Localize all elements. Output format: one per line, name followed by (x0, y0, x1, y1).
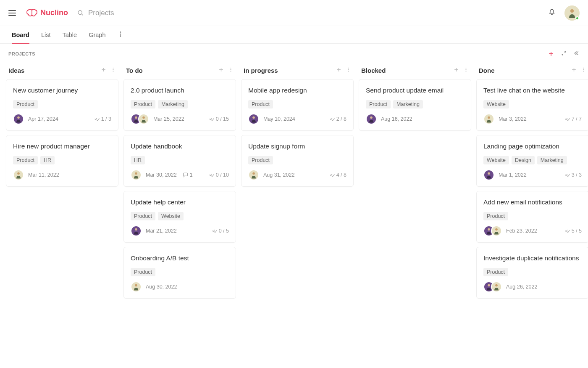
comment-icon (183, 172, 188, 177)
card-tags: Website (483, 100, 582, 109)
column-add-button[interactable] (101, 66, 106, 74)
tab-list[interactable]: List (41, 26, 51, 44)
card-meta: May 10, 20242 / 8 (248, 114, 346, 124)
card-comments: 1 (183, 172, 193, 178)
assignee-avatar (491, 281, 502, 292)
svg-point-33 (465, 68, 466, 69)
card[interactable]: Test live chat on the websiteWebsiteMar … (476, 79, 588, 131)
tab-table[interactable]: Table (62, 26, 77, 44)
column-add-button[interactable] (571, 66, 577, 74)
svg-line-1 (81, 14, 83, 15)
card[interactable]: New customer journeyProductApr 17, 20241… (6, 79, 118, 131)
column-title: To do (126, 67, 143, 74)
column-title: In progress (244, 67, 278, 74)
assignee-avatar (13, 114, 24, 124)
search-placeholder: Projects (88, 9, 114, 17)
expand-button[interactable] (561, 50, 567, 58)
card-date: Feb 23, 2022 (506, 228, 537, 234)
card-checklist: 1 / 3 (94, 116, 111, 122)
card[interactable]: Update help centerProductWebsiteMar 21, … (123, 191, 236, 243)
checklist-icon (209, 172, 214, 177)
card-title: New customer journey (13, 86, 111, 95)
plus-icon (101, 67, 106, 72)
card-meta: Mar 11, 2022 (13, 169, 111, 180)
tag: Product (13, 100, 38, 109)
card-checklist: 0 / 15 (209, 116, 229, 122)
checklist-icon (329, 116, 335, 122)
card-assignees (131, 225, 142, 236)
tag: Product (131, 100, 155, 109)
column-more-button[interactable] (228, 66, 234, 74)
svg-point-28 (348, 71, 349, 71)
card[interactable]: Landing page optimizationWebsiteDesignMa… (476, 135, 588, 187)
card-assignees (131, 114, 149, 124)
assignee-avatar (483, 169, 494, 180)
card-date: Mar 3, 2022 (499, 116, 527, 122)
column-add-button[interactable] (218, 66, 224, 74)
column-more-button[interactable] (346, 66, 351, 74)
board-header: PROJECTS + (0, 44, 588, 61)
view-tabs: Board List Table Graph (0, 26, 588, 44)
card[interactable]: Update signup formProductAug 31, 20224 /… (241, 135, 354, 187)
card-tags: Product (483, 212, 582, 220)
tag: Product (248, 156, 273, 164)
svg-point-15 (230, 68, 231, 69)
assignee-avatar (131, 169, 142, 180)
card[interactable]: Mobile app redesignProductMay 10, 20242 … (241, 79, 354, 131)
card[interactable]: Add new email notificationsProductFeb 23… (476, 191, 588, 243)
card-assignees (248, 169, 259, 180)
column: DoneTest live chat on the websiteWebsite… (476, 63, 588, 303)
card[interactable]: 2.0 product launchProductMarketingMar 25… (123, 79, 236, 131)
card-tags: Product (483, 268, 582, 276)
column-more-button[interactable] (110, 66, 116, 74)
user-avatar[interactable] (564, 5, 580, 21)
card-title: Update help center (131, 198, 229, 207)
card-tags: ProductMarketing (366, 100, 464, 109)
column-add-button[interactable] (454, 66, 459, 74)
card-assignees (13, 114, 24, 124)
notifications-button[interactable] (549, 9, 555, 17)
search-input[interactable]: Projects (77, 9, 114, 17)
svg-point-47 (495, 284, 498, 286)
assignee-avatar (138, 114, 149, 124)
column-more-button[interactable] (581, 66, 586, 74)
card-assignees (248, 114, 259, 124)
tag: Product (483, 212, 508, 220)
column-more-button[interactable] (463, 66, 469, 74)
card-tags: ProductWebsite (131, 212, 229, 220)
card[interactable]: Onboarding A/B testProductAug 30, 2022 (123, 247, 236, 299)
column-header: Ideas (6, 63, 118, 79)
bell-icon (549, 9, 555, 16)
add-card-button[interactable]: + (549, 50, 554, 58)
plus-icon (336, 67, 341, 72)
tag: Marketing (158, 100, 188, 109)
tab-board[interactable]: Board (12, 26, 29, 44)
card-meta: Aug 16, 2022 (366, 114, 464, 124)
column-add-button[interactable] (336, 66, 341, 74)
menu-button[interactable] (8, 8, 18, 18)
svg-point-5 (120, 35, 121, 37)
collapse-panel-button[interactable] (574, 50, 580, 58)
card-meta: Apr 17, 20241 / 3 (13, 114, 111, 124)
card-date: Aug 26, 2022 (506, 284, 537, 290)
card[interactable]: Investigate duplicate notificationsProdu… (476, 247, 588, 299)
tab-graph[interactable]: Graph (89, 26, 105, 44)
card-assignees (131, 169, 142, 180)
card-meta: Mar 21, 20220 / 5 (131, 225, 229, 236)
app-logo[interactable]: Nuclino (26, 8, 68, 17)
tag: Product (131, 212, 155, 220)
card[interactable]: Send product update emailProductMarketin… (359, 79, 471, 131)
svg-point-41 (583, 71, 584, 71)
svg-point-17 (230, 71, 231, 71)
tab-more-button[interactable] (117, 31, 124, 39)
tag: Product (483, 268, 508, 276)
assignee-avatar (248, 114, 259, 124)
card[interactable]: Update handbookHRMar 30, 202210 / 10 (123, 135, 236, 187)
svg-point-43 (488, 172, 490, 175)
card[interactable]: Hire new product managerProductHRMar 11,… (6, 135, 118, 187)
card-title: Test live chat on the website (483, 86, 582, 95)
card-title: Mobile app redesign (248, 86, 346, 95)
card-tags: ProductMarketing (131, 100, 229, 109)
svg-point-3 (120, 32, 121, 33)
column: BlockedSend product update emailProductM… (359, 63, 471, 135)
